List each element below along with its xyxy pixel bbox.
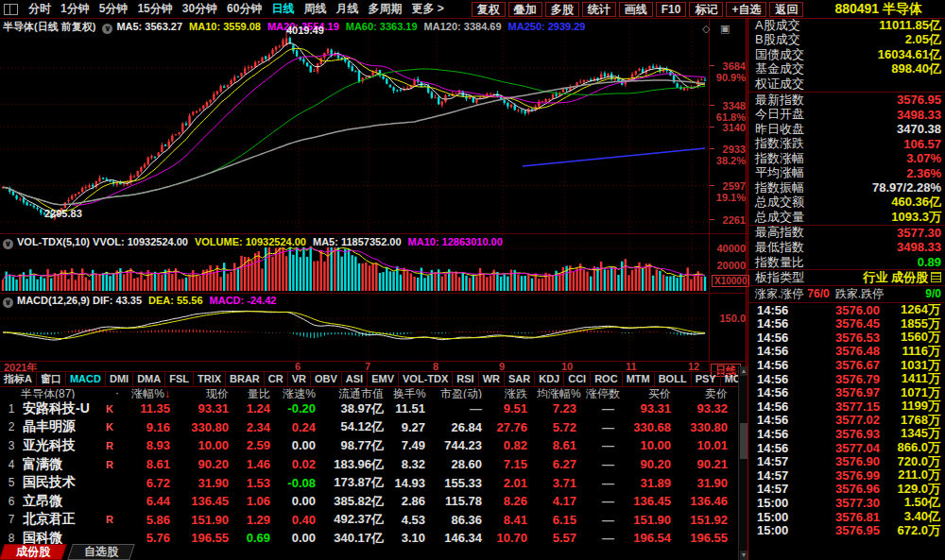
indicator-tab-ASI[interactable]: ASI bbox=[342, 372, 368, 386]
indicator-tab-VOL-TDX[interactable]: VOL-TDX bbox=[399, 372, 453, 386]
indicator-tab-指标A[interactable]: 指标A bbox=[0, 372, 37, 386]
indicator-tab-ROC[interactable]: ROC bbox=[591, 372, 622, 386]
column-header[interactable]: 涨幅%↓ bbox=[129, 386, 180, 399]
indicator-tab-CCI[interactable]: CCI bbox=[564, 372, 591, 386]
table-row[interactable]: 6立昂微6.44136.451.060.00385.82亿2.86115.788… bbox=[0, 492, 737, 511]
indicator-tab-bar: 指标A窗口MACDDMIDMAFSLTRIXBRARCRVROBVASIEMVV… bbox=[0, 371, 747, 387]
tick-time: 14:57 bbox=[757, 454, 800, 468]
table-row[interactable]: 4富满微R8.6190.201.460.02183.96亿8.3228.607.… bbox=[0, 455, 737, 474]
stat-row: 总成交额460.36亿 bbox=[748, 195, 945, 211]
column-header[interactable]: 卖价 bbox=[680, 386, 737, 399]
indicator-tab-WR[interactable]: WR bbox=[479, 372, 505, 386]
column-header[interactable]: 涨停数 bbox=[586, 386, 624, 399]
cell-zf: 8.61 bbox=[129, 457, 180, 471]
cell-lb: 1.29 bbox=[238, 513, 280, 527]
cell-ltsz: 54.12亿 bbox=[325, 418, 393, 435]
indicator-tab-KDJ[interactable]: KDJ bbox=[535, 372, 564, 386]
price-axis-label: 368490.9% bbox=[716, 60, 746, 83]
scroll-up-icon[interactable]: ▲ bbox=[740, 366, 747, 376]
stat-value: 0.89 bbox=[918, 255, 941, 269]
cell-ztn: — bbox=[586, 531, 624, 545]
toolbar-button-返回[interactable]: 返回 bbox=[769, 2, 803, 17]
indicator-tab-BRAR[interactable]: BRAR bbox=[226, 372, 265, 386]
cell-hs: 8.32 bbox=[393, 457, 435, 471]
stat-value: 3470.38 bbox=[897, 122, 941, 136]
cell-zs: 0.40 bbox=[280, 513, 325, 527]
axis-price: 2933 bbox=[716, 144, 746, 155]
stat-row: 最高指数3577.30 bbox=[748, 226, 945, 241]
indicator-tab-DMI[interactable]: DMI bbox=[106, 372, 133, 386]
indicator-tab-MTM[interactable]: MTM bbox=[623, 372, 655, 386]
indicator-tab-MACD[interactable]: MACD bbox=[66, 372, 106, 386]
column-header[interactable]: · bbox=[106, 386, 129, 399]
stock-name: 晶丰明源 bbox=[23, 418, 106, 435]
indicator-value: MA5: 11857352.00 bbox=[313, 236, 402, 247]
indicator-tab-CR[interactable]: CR bbox=[265, 372, 288, 386]
table-row[interactable]: 1安路科技-UK11.3593.311.24-0.2038.97亿11.51—9… bbox=[0, 399, 737, 418]
cell-ztn: — bbox=[586, 420, 624, 434]
stat-row: 最低指数3498.33 bbox=[748, 240, 945, 255]
indicator-tab-TRIX[interactable]: TRIX bbox=[194, 372, 226, 386]
indicator-tab-RSI[interactable]: RSI bbox=[453, 372, 478, 386]
stat-value: 898.40亿 bbox=[891, 60, 941, 77]
row-number: 8 bbox=[0, 532, 23, 545]
scrollbar-thumb[interactable] bbox=[740, 423, 747, 459]
price-axis-label: 2261 bbox=[723, 214, 746, 226]
indicator-tab-EMV[interactable]: EMV bbox=[368, 372, 399, 386]
cell-sell: 93.32 bbox=[680, 401, 737, 416]
board-type-row: 板指类型 行业 成份股 bbox=[748, 269, 945, 285]
symbol-title: 880491 半导体 bbox=[834, 1, 922, 18]
cell-hs: 3.10 bbox=[393, 531, 435, 545]
indicator-tab-VR[interactable]: VR bbox=[288, 372, 311, 386]
bottom-tab-自选股[interactable]: 自选股 bbox=[67, 544, 135, 560]
stock-name: 北京君正 bbox=[23, 511, 106, 528]
cell-ltsz: 173.87亿 bbox=[325, 474, 393, 491]
stock-name: 立昂微 bbox=[23, 493, 106, 510]
indicator-tab-FSL[interactable]: FSL bbox=[165, 372, 194, 386]
tick-time: 14:56 bbox=[757, 331, 800, 345]
column-header[interactable]: 量比 bbox=[238, 386, 280, 399]
table-row[interactable]: 5国民技术6.7231.901.53-0.08173.87亿14.93155.3… bbox=[0, 473, 737, 492]
column-header[interactable]: 涨跌 bbox=[491, 386, 537, 399]
indicator-tab-窗口[interactable]: 窗口 bbox=[37, 372, 66, 386]
cell-zd: 10.70 bbox=[491, 531, 537, 545]
indicator-value: MACD: -24.42 bbox=[210, 295, 277, 306]
indicator-tab-OBV[interactable]: OBV bbox=[311, 372, 342, 386]
cell-lb: 0.69 bbox=[238, 531, 280, 545]
table-row[interactable]: 7北京君正R5.86151.901.290.40492.37亿4.5386.36… bbox=[0, 511, 737, 530]
cell-zf: 6.44 bbox=[129, 494, 180, 508]
vol-collapse-icon[interactable]: ∨ bbox=[3, 239, 13, 249]
column-header[interactable]: 买价 bbox=[624, 386, 680, 399]
cell-avg: 4.17 bbox=[537, 494, 586, 508]
column-header[interactable]: 流通市值 bbox=[325, 386, 393, 399]
column-header[interactable]: 均涨幅% bbox=[537, 386, 586, 399]
table-row[interactable]: 3亚光科技R8.9310.002.590.0098.77亿7.49744.230… bbox=[0, 436, 737, 455]
collapse-icon[interactable]: ∨ bbox=[102, 24, 112, 34]
panel-toggle-icon[interactable]: ▣ bbox=[720, 23, 730, 34]
axis-tick bbox=[710, 185, 714, 186]
indicator-tab-BOLL[interactable]: BOLL bbox=[655, 372, 692, 386]
column-header[interactable]: 半导体(87) bbox=[0, 386, 106, 399]
column-header[interactable]: 换手% bbox=[393, 386, 435, 399]
axis-tick bbox=[710, 148, 714, 149]
cell-buy: 93.31 bbox=[624, 401, 680, 416]
macd-collapse-icon[interactable]: ∨ bbox=[3, 297, 13, 308]
diamond-icon[interactable]: ◇ bbox=[702, 23, 710, 34]
stock-name: 亚光科技 bbox=[23, 437, 106, 454]
advance-decline-row: 涨家.涨停 76/0 跌家.跌停 9/0 bbox=[748, 285, 945, 303]
volume-axis-label: 40000 bbox=[716, 243, 746, 254]
indicator-tab-DMA[interactable]: DMA bbox=[133, 372, 165, 386]
scroll-down-icon[interactable]: ▼ bbox=[740, 551, 747, 560]
indicator-tab-PSY[interactable]: PSY bbox=[692, 372, 721, 386]
tick-price: 3577.30 bbox=[800, 496, 880, 510]
column-header[interactable]: 市盈(动) bbox=[435, 386, 491, 399]
stat-value: 3.07% bbox=[906, 151, 941, 165]
column-header[interactable]: 涨速% bbox=[280, 386, 325, 399]
right-info-panel: A股成交11011.85亿B股成交2.05亿国债成交16034.61亿基金成交8… bbox=[747, 18, 945, 560]
column-header[interactable]: 现价 bbox=[180, 386, 238, 399]
cell-zd: 2.01 bbox=[491, 476, 537, 490]
bottom-tab-成份股[interactable]: 成份股 bbox=[0, 544, 67, 560]
table-row[interactable]: 2晶丰明源K9.16330.802.340.2454.12亿9.2726.842… bbox=[0, 418, 737, 437]
board-grid-icon[interactable] bbox=[931, 272, 941, 282]
indicator-tab-SAR[interactable]: SAR bbox=[505, 372, 535, 386]
